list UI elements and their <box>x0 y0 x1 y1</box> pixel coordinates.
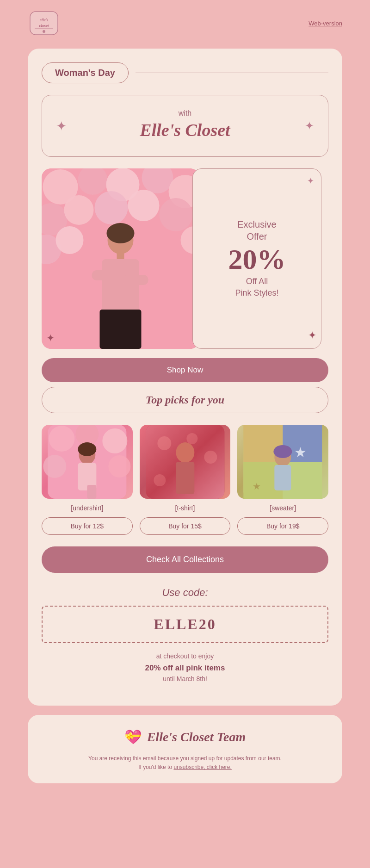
svg-point-52 <box>274 445 292 458</box>
main-card: Woman's Day ✦ with Elle's Closet ✦ <box>28 49 342 706</box>
team-name: Elle's Closet Team <box>147 730 246 744</box>
womans-day-badge: Woman's Day <box>42 62 129 83</box>
email-wrapper: elle's closet Web-version Woman's Day ✦ … <box>0 0 370 868</box>
svg-rect-22 <box>102 259 139 315</box>
use-code-title: Use code: <box>42 587 328 599</box>
svg-text:closet: closet <box>39 23 49 28</box>
promo-code: ELLE20 <box>52 616 318 633</box>
sparkle-left-icon: ✦ <box>56 118 67 134</box>
womans-day-row: Woman's Day <box>42 62 328 83</box>
svg-point-20 <box>107 223 135 243</box>
offer-description: Off AllPink Styles! <box>235 276 278 299</box>
svg-point-33 <box>78 442 96 456</box>
svg-point-4 <box>43 30 45 33</box>
svg-rect-35 <box>87 485 96 499</box>
svg-point-41 <box>154 474 166 486</box>
until-text: until March 8th! <box>42 675 328 682</box>
svg-point-31 <box>108 455 130 477</box>
svg-rect-23 <box>92 270 117 280</box>
product-image-3: ★ ★ <box>237 425 328 499</box>
team-row: 💝 Elle's Closet Team <box>42 729 328 745</box>
footer-card: 💝 Elle's Closet Team You are receiving t… <box>28 715 342 783</box>
code-box: ELLE20 <box>42 606 328 643</box>
svg-text:★: ★ <box>295 445 307 460</box>
product-item-2: [t-shirt] Buy for 15$ <box>140 425 231 535</box>
svg-point-14 <box>128 190 160 221</box>
offer-percent: 20% <box>228 245 286 273</box>
sparkle-right-icon: ✦ <box>305 119 314 132</box>
product-item-3: ★ ★ [sweater] Buy for 19$ <box>237 425 328 535</box>
svg-point-27 <box>49 426 74 452</box>
svg-point-30 <box>43 455 66 478</box>
womans-day-line <box>136 73 328 74</box>
top-picks-badge: Top picks for you <box>42 387 328 413</box>
svg-rect-43 <box>176 462 194 494</box>
svg-rect-25 <box>100 310 142 349</box>
svg-point-38 <box>157 436 171 450</box>
unsubscribe-link[interactable]: unsubscribe, click here. <box>173 764 231 770</box>
web-version-link[interactable]: Web-version <box>308 20 342 27</box>
svg-rect-24 <box>123 275 148 285</box>
elles-closet-box: ✦ with Elle's Closet ✦ <box>42 95 328 157</box>
product-image-2 <box>140 425 231 499</box>
product-grid: [undershirt] Buy for 12$ <box>42 425 328 535</box>
checkout-text: at checkout to enjoy <box>42 652 328 660</box>
buy-button-3[interactable]: Buy for 19$ <box>237 517 328 535</box>
discount-text: 20% off all pink items <box>42 663 328 673</box>
offer-section: ✦ ✦ ExclusiveOffer 20% Off AllPink Style… <box>42 168 328 349</box>
use-code-section: Use code: ELLE20 at checkout to enjoy 20… <box>42 587 328 682</box>
svg-point-13 <box>95 191 128 224</box>
header: elle's closet Web-version <box>0 0 370 44</box>
sparkle-offer-top-icon: ✦ <box>307 176 314 186</box>
svg-rect-53 <box>275 465 291 490</box>
sparkle-bottom-left-icon: ✦ <box>46 332 55 344</box>
offer-image-container: ✦ <box>42 168 199 349</box>
with-text: with <box>61 109 309 118</box>
product-label-2: [t-shirt] <box>175 504 195 512</box>
svg-point-15 <box>160 198 193 231</box>
footer-body-text: You are receiving this email because you… <box>42 754 328 772</box>
buy-button-1[interactable]: Buy for 12$ <box>42 517 133 535</box>
heart-icon: 💝 <box>124 729 142 745</box>
svg-point-29 <box>102 428 127 453</box>
svg-text:★: ★ <box>253 481 261 491</box>
shop-now-button[interactable]: Shop Now <box>42 358 328 382</box>
svg-point-42 <box>176 442 194 463</box>
logo: elle's closet <box>28 9 60 37</box>
offer-exclusive-text: ExclusiveOffer <box>237 218 276 242</box>
brand-name: Elle's Closet <box>61 120 309 140</box>
product-label-1: [undershirt] <box>71 504 103 512</box>
offer-card: ✦ ExclusiveOffer 20% Off AllPink Styles!… <box>192 168 321 349</box>
product-item-1: [undershirt] Buy for 12$ <box>42 425 133 535</box>
svg-point-12 <box>64 195 94 225</box>
check-collections-button[interactable]: Check All Collections <box>42 546 328 573</box>
product-image-1 <box>42 425 133 499</box>
svg-point-40 <box>204 451 217 464</box>
sparkle-offer-bottom-icon: ✦ <box>308 329 316 341</box>
buy-button-2[interactable]: Buy for 15$ <box>140 517 231 535</box>
offer-image <box>42 168 199 349</box>
svg-text:elle's: elle's <box>40 18 49 22</box>
svg-point-18 <box>56 226 84 254</box>
product-label-3: [sweater] <box>270 504 296 512</box>
svg-point-39 <box>186 433 197 444</box>
